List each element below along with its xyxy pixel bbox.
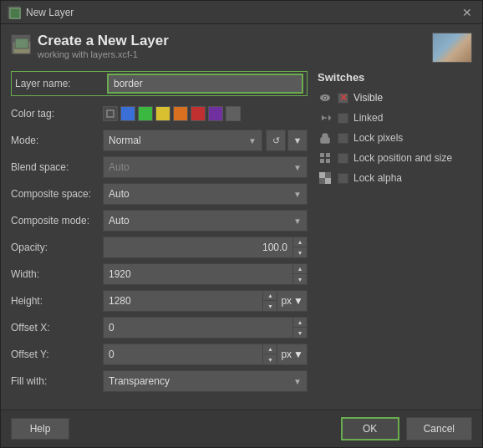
lock-alpha-checkbox[interactable] <box>338 173 348 184</box>
svg-rect-3 <box>15 38 28 48</box>
close-button[interactable]: ✕ <box>459 7 475 18</box>
chain-icon <box>318 110 333 125</box>
offset-y-spinbtns: ▲ ▼ <box>263 344 277 365</box>
height-label: Height: <box>11 295 103 307</box>
composite-space-arrow: ▼ <box>293 190 302 199</box>
dialog-footer: Help OK Cancel <box>1 410 482 447</box>
opacity-label: Opacity: <box>11 242 103 253</box>
svg-rect-10 <box>326 153 330 157</box>
opacity-input[interactable] <box>103 237 293 258</box>
height-spinbtns: ▲ ▼ <box>263 290 277 312</box>
mode-reset-btn[interactable]: ↺ <box>266 130 286 151</box>
offset-x-label: Offset X: <box>11 322 103 333</box>
height-down-btn[interactable]: ▼ <box>263 301 277 311</box>
layer-name-input[interactable] <box>107 74 303 94</box>
offset-x-row: Offset X: ▲ ▼ <box>11 317 308 339</box>
mode-control: Normal ▼ ↺ ▼ <box>103 130 308 151</box>
width-label: Width: <box>11 268 103 280</box>
offset-y-row: Offset Y: ▲ ▼ px ▼ <box>11 344 308 365</box>
window-title: New Layer <box>26 7 74 18</box>
color-swatch-green[interactable] <box>138 106 153 121</box>
lock-position-label: Lock position and size <box>353 152 452 164</box>
offset-y-input[interactable] <box>103 344 263 365</box>
mode-buttons: ↺ ▼ <box>266 130 308 151</box>
height-input[interactable] <box>103 290 263 312</box>
offset-x-control: ▲ ▼ <box>103 317 308 339</box>
svg-rect-12 <box>326 159 330 163</box>
offset-x-input[interactable] <box>103 317 293 339</box>
opacity-row: Opacity: ▲ ▼ <box>11 237 308 258</box>
dialog-content: Create a New Layer working with layers.x… <box>1 24 482 410</box>
cancel-button[interactable]: Cancel <box>406 417 472 440</box>
lock-alpha-icon <box>318 171 333 186</box>
composite-mode-select[interactable]: Auto ▼ <box>103 210 308 232</box>
dialog-header: Create a New Layer working with layers.x… <box>11 33 472 63</box>
ok-button[interactable]: OK <box>341 417 399 440</box>
offset-x-down-btn[interactable]: ▼ <box>293 328 307 338</box>
color-swatch-yellow[interactable] <box>155 106 170 121</box>
lock-pixels-checkbox[interactable] <box>338 133 348 144</box>
switches-title: Switches <box>318 71 472 84</box>
color-swatch-violet[interactable] <box>208 106 223 121</box>
layer-icon <box>11 34 31 54</box>
opacity-spinbtns: ▲ ▼ <box>293 237 308 258</box>
offset-y-unit[interactable]: px ▼ <box>277 344 308 365</box>
left-panel: Layer name: Color tag: <box>11 71 308 401</box>
svg-rect-9 <box>320 153 324 157</box>
mode-arrow: ▼ <box>248 136 257 145</box>
color-swatch-orange[interactable] <box>173 106 188 121</box>
offset-x-up-btn[interactable]: ▲ <box>293 318 307 328</box>
linked-label: Linked <box>353 112 383 124</box>
color-swatch-none[interactable] <box>103 106 118 121</box>
height-up-btn[interactable]: ▲ <box>263 291 277 301</box>
color-swatch-red[interactable] <box>191 106 206 121</box>
color-swatch-gray[interactable] <box>226 106 241 121</box>
lock-pixels-label: Lock pixels <box>353 132 403 144</box>
composite-space-select[interactable]: Auto ▼ <box>103 183 308 205</box>
visible-label: Visible <box>353 92 383 104</box>
layer-name-row: Layer name: <box>11 71 308 96</box>
layer-name-label: Layer name: <box>15 78 107 89</box>
help-button[interactable]: Help <box>11 418 69 440</box>
main-area: Layer name: Color tag: <box>11 71 472 401</box>
blend-space-row: Blend space: Auto ▼ <box>11 156 308 178</box>
width-down-btn[interactable]: ▼ <box>293 274 307 284</box>
fill-with-select[interactable]: Transparency ▼ <box>103 370 308 392</box>
height-unit[interactable]: px ▼ <box>277 290 308 312</box>
opacity-up-btn[interactable]: ▲ <box>293 237 307 247</box>
offset-y-down-btn[interactable]: ▼ <box>263 354 277 364</box>
offset-y-label: Offset Y: <box>11 349 103 360</box>
fill-with-arrow: ▼ <box>293 377 302 386</box>
visible-x-mark: ✕ <box>339 92 348 104</box>
lock-pixels-row: Lock pixels <box>318 130 472 145</box>
width-up-btn[interactable]: ▲ <box>293 264 307 274</box>
svg-rect-4 <box>107 110 114 117</box>
right-panel: Switches ✕ Visible <box>318 71 472 401</box>
offset-y-up-btn[interactable]: ▲ <box>263 344 277 354</box>
color-swatch-blue[interactable] <box>120 106 135 121</box>
lock-alpha-row: Lock alpha <box>318 171 472 186</box>
opacity-down-btn[interactable]: ▼ <box>293 247 307 257</box>
offset-y-control: ▲ ▼ px ▼ <box>103 344 308 365</box>
svg-rect-8 <box>321 138 329 143</box>
mode-next-btn[interactable]: ▼ <box>287 130 308 151</box>
lock-position-checkbox[interactable] <box>338 153 348 164</box>
layer-thumbnail <box>432 33 472 63</box>
eye-icon <box>318 90 333 105</box>
header-left: Create a New Layer working with layers.x… <box>11 33 169 59</box>
new-layer-window: New Layer ✕ Create a New Layer working w… <box>0 0 483 448</box>
blend-space-select[interactable]: Auto ▼ <box>103 156 308 178</box>
mode-select[interactable]: Normal ▼ <box>103 130 262 151</box>
width-row: Width: ▲ ▼ <box>11 263 308 285</box>
composite-mode-row: Composite mode: Auto ▼ <box>11 210 308 232</box>
svg-rect-16 <box>325 178 331 184</box>
width-spinbtns: ▲ ▼ <box>293 263 308 285</box>
lock-pixels-icon <box>318 130 333 145</box>
svg-rect-14 <box>325 172 331 178</box>
header-text: Create a New Layer working with layers.x… <box>38 33 169 59</box>
width-input[interactable] <box>103 263 293 285</box>
linked-checkbox[interactable] <box>338 113 348 124</box>
visible-checkbox[interactable]: ✕ <box>338 93 348 104</box>
opacity-control: ▲ ▼ <box>103 237 308 258</box>
composite-mode-arrow: ▼ <box>293 216 302 226</box>
